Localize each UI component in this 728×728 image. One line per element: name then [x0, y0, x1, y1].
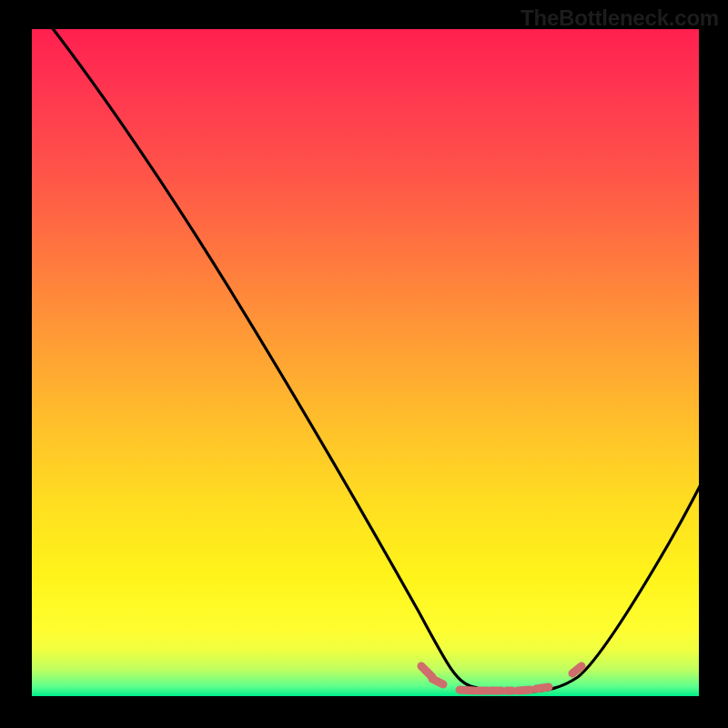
chart-canvas: TheBottleneck.com — [0, 0, 728, 728]
svg-line-8 — [572, 666, 581, 673]
svg-line-6 — [518, 690, 531, 691]
main-curve — [32, 29, 699, 692]
svg-line-2 — [460, 690, 474, 691]
curve-layer — [32, 29, 699, 696]
svg-line-1 — [432, 679, 443, 684]
plot-area — [32, 29, 699, 696]
watermark-text: TheBottleneck.com — [521, 5, 719, 31]
svg-line-7 — [536, 687, 549, 689]
